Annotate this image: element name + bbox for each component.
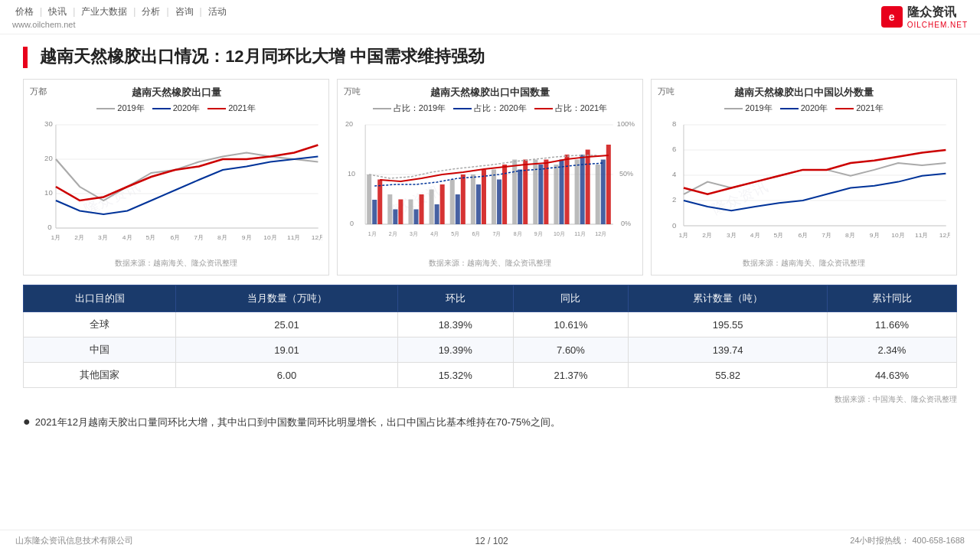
svg-text:9月: 9月 [534, 231, 543, 236]
svg-rect-68 [596, 165, 600, 224]
svg-rect-53 [492, 170, 496, 225]
nav-consult[interactable]: 咨询 [172, 5, 197, 18]
chart3-unit: 万吨 [658, 86, 675, 97]
svg-text:4月: 4月 [750, 232, 760, 239]
chart1-source: 数据来源：越南海关、隆众资讯整理 [30, 258, 322, 269]
svg-text:3月: 3月 [410, 231, 418, 236]
svg-rect-51 [476, 184, 481, 224]
svg-rect-70 [606, 145, 611, 224]
svg-text:11月: 11月 [915, 232, 929, 239]
svg-text:0: 0 [47, 223, 51, 231]
chart-export-total: 万都 越南天然橡胶出口量 2019年 2020年 2021年 隆众资讯 30 2… [23, 79, 329, 276]
svg-text:1月: 1月 [368, 231, 377, 236]
chart2-source: 数据来源：越南海关、隆众资讯整理 [344, 258, 636, 269]
nav-news[interactable]: 快讯 [45, 5, 70, 18]
nav-bar[interactable]: 价格 | 快讯 | 产业大数据 | 分析 | 咨询 | 活动 [12, 5, 230, 18]
svg-rect-64 [565, 155, 570, 224]
svg-text:4: 4 [672, 171, 676, 178]
svg-text:10: 10 [44, 189, 53, 197]
svg-rect-44 [430, 190, 434, 225]
col-header-cumulative: 累计数量（吨） [629, 285, 827, 312]
svg-text:0: 0 [350, 220, 354, 227]
site-url: www.oilchem.net [12, 20, 230, 29]
svg-rect-62 [554, 165, 558, 224]
svg-rect-67 [586, 150, 590, 225]
svg-text:5月: 5月 [774, 232, 784, 239]
svg-rect-54 [497, 180, 501, 225]
svg-text:2月: 2月 [702, 232, 712, 239]
table-cell: 7.60% [513, 337, 629, 363]
svg-text:3月: 3月 [98, 234, 108, 241]
table-cell: 25.01 [176, 312, 398, 337]
footer: 山东隆众资讯信息技术有限公司 12 / 102 24小时报热线： 400-658… [0, 530, 980, 551]
chart2-unit: 万吨 [344, 86, 361, 97]
svg-text:20: 20 [345, 120, 353, 128]
svg-text:100%: 100% [617, 120, 635, 128]
chart3-legend: 2019年 2020年 2021年 [658, 103, 950, 114]
svg-text:8月: 8月 [217, 234, 227, 241]
svg-text:4月: 4月 [430, 231, 439, 236]
page-title: 越南天然橡胶出口情况：12月同环比大增 中国需求维持强劲 [23, 45, 957, 68]
table-cell: 中国 [24, 337, 176, 363]
svg-rect-40 [398, 200, 403, 225]
chart3-title: 越南天然橡胶出口中国以外数量 [658, 86, 950, 99]
table-cell: 21.37% [513, 363, 629, 388]
svg-rect-41 [408, 200, 413, 225]
svg-rect-69 [601, 160, 606, 225]
nav-events[interactable]: 活动 [205, 5, 230, 18]
svg-text:10: 10 [348, 170, 355, 178]
svg-text:12月: 12月 [939, 232, 950, 239]
logo: e 隆众资讯 OILCHEM.NET [881, 5, 968, 29]
svg-text:4月: 4月 [122, 234, 132, 241]
svg-rect-65 [575, 160, 580, 225]
nav-analysis[interactable]: 分析 [139, 5, 163, 18]
svg-rect-60 [538, 165, 543, 224]
table-cell: 195.55 [629, 312, 827, 337]
svg-text:2月: 2月 [389, 231, 397, 236]
table-cell: 55.82 [629, 363, 827, 388]
topbar: 价格 | 快讯 | 产业大数据 | 分析 | 咨询 | 活动 www.oilch… [0, 0, 980, 34]
svg-rect-56 [512, 160, 517, 225]
table-cell: 15.32% [397, 363, 513, 388]
col-header-monthly: 当月数量（万吨） [176, 285, 398, 312]
table-cell: 6.00 [176, 363, 398, 388]
svg-rect-43 [420, 194, 424, 224]
svg-text:8月: 8月 [845, 232, 855, 239]
table-row: 其他国家6.0015.32%21.37%55.8244.63% [24, 363, 957, 388]
table-cell: 11.66% [827, 312, 956, 337]
svg-text:10月: 10月 [554, 231, 565, 236]
svg-text:3月: 3月 [727, 232, 737, 239]
table-row: 中国19.0119.39%7.60%139.742.34% [24, 337, 957, 363]
svg-text:5月: 5月 [451, 231, 459, 236]
table-cell: 44.63% [827, 363, 956, 388]
svg-text:12月: 12月 [595, 231, 606, 236]
export-data-table: 出口目的国 当月数量（万吨） 环比 同比 累计数量（吨） 累计同比 全球25.0… [23, 285, 957, 388]
chart1-title: 越南天然橡胶出口量 [30, 86, 322, 99]
svg-text:7月: 7月 [822, 232, 831, 239]
svg-text:9月: 9月 [870, 232, 880, 239]
svg-rect-46 [440, 184, 445, 224]
svg-rect-48 [456, 194, 460, 224]
table-row: 全球25.0118.39%10.61%195.5511.66% [24, 312, 957, 337]
svg-text:10月: 10月 [263, 234, 277, 241]
svg-rect-35 [367, 174, 371, 224]
charts-row: 万都 越南天然橡胶出口量 2019年 2020年 2021年 隆众资讯 30 2… [23, 79, 957, 276]
col-header-mom: 环比 [397, 285, 513, 312]
svg-text:7月: 7月 [194, 234, 204, 241]
nav-price[interactable]: 价格 [12, 5, 37, 18]
col-header-yoy: 同比 [513, 285, 629, 312]
table-cell: 其他国家 [24, 363, 176, 388]
table-cell: 139.74 [629, 337, 827, 363]
table-cell: 2.34% [827, 337, 956, 363]
svg-text:6: 6 [672, 145, 676, 153]
logo-text: 隆众资讯 OILCHEM.NET [907, 5, 968, 29]
logo-icon: e [881, 6, 903, 28]
nav-data[interactable]: 产业大数据 [78, 5, 130, 18]
svg-rect-63 [559, 160, 564, 225]
svg-text:12月: 12月 [312, 234, 322, 241]
table-source: 数据来源：中国海关、隆众资讯整理 [23, 394, 957, 405]
svg-text:1月: 1月 [678, 232, 688, 239]
chart-export-other: 万吨 越南天然橡胶出口中国以外数量 2019年 2020年 2021年 隆众资讯… [651, 79, 957, 276]
svg-text:9月: 9月 [242, 234, 252, 241]
hotline: 24小时报热线： 400-658-1688 [850, 535, 965, 546]
